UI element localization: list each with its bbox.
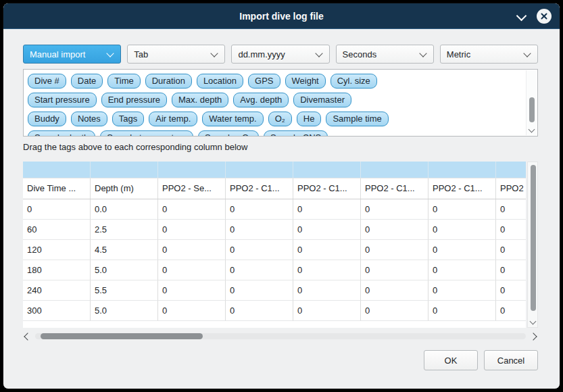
table-cell: 240 [23,280,91,301]
draggable-tag[interactable]: O₂ [268,112,292,126]
draggable-tag[interactable]: End pressure [101,93,167,107]
scroll-left-icon[interactable] [24,333,31,340]
dialog-footer: OK Cancel [23,350,538,370]
draggable-tag[interactable]: Max. depth [172,93,228,107]
table-cell: 0 [429,260,496,280]
combo-dropdown-4[interactable]: Metric [440,45,538,64]
window-menu-chevron-icon[interactable] [516,11,526,21]
titlebar[interactable]: Import dive log file [3,3,560,29]
combo-dropdown-3[interactable]: Seconds [336,45,434,64]
table-cell: 0 [429,220,496,240]
table-cell: 0 [429,280,496,301]
table-cell: 0 [361,220,429,240]
table-row: 00.0000000 [23,199,526,220]
draggable-tag[interactable]: Cyl. size [331,74,377,89]
table-cell: 0 [293,240,361,260]
draggable-tag[interactable]: Weight [285,74,326,89]
scroll-down-icon[interactable] [529,126,535,133]
combo-dropdown-0[interactable]: Manual import [23,45,121,64]
tag-scrollbar-thumb[interactable] [529,97,535,122]
draggable-tag[interactable]: Sample time [326,112,388,126]
draggable-tag[interactable]: Water temp. [202,112,263,126]
close-button[interactable] [537,9,552,24]
draggable-tag[interactable]: Divemaster [293,93,351,107]
drop-target-cell[interactable] [158,162,226,178]
table-cell: 0 [496,280,526,301]
table-vertical-scrollbar[interactable] [527,162,538,328]
scroll-right-icon[interactable] [529,333,537,340]
table-cell: 5.0 [91,301,158,321]
table-row: 602.5000000 [23,220,526,240]
hscroll-track[interactable] [35,333,526,339]
tag-scrollbar[interactable] [526,70,537,135]
table-cell: 0 [226,199,293,220]
tag-row: Sample depthSample temperatureSample pO₂… [26,130,525,136]
table-cell: 0 [361,301,429,321]
table-cell: 0 [293,260,361,280]
draggable-tag[interactable]: Sample temperature [100,130,193,136]
drop-target-cell[interactable] [429,162,496,178]
table-cell: 5.0 [91,260,158,280]
table-cell: 4.5 [91,240,158,260]
scroll-down-icon[interactable] [530,318,537,325]
chevron-down-icon [420,51,427,58]
chevron-down-icon [316,51,323,58]
column-header: PPO2 - C1... [226,178,293,199]
draggable-tag[interactable]: Sample pO₂ [198,130,259,136]
table-cell: 0 [23,199,91,220]
combo-value: dd.mm.yyyy [238,49,315,59]
cancel-button[interactable]: Cancel [484,350,538,370]
table-vscroll-thumb[interactable] [531,165,536,311]
table-header-row: Dive Time ...Depth (m)PPO2 - Se...PPO2 -… [23,178,526,199]
preview-table: Dive Time ...Depth (m)PPO2 - Se...PPO2 -… [23,162,526,328]
chevron-down-icon [107,51,114,58]
draggable-tag[interactable]: Air temp. [149,112,197,126]
draggable-tag[interactable]: GPS [248,74,280,89]
combo-dropdown-1[interactable]: Tab [127,45,225,64]
chevron-down-icon [524,51,531,58]
column-header: PPO2 - C1... [496,178,526,199]
drop-target-row [23,162,526,178]
drop-target-cell[interactable] [226,162,293,178]
combo-dropdown-2[interactable]: dd.mm.yyyy [231,45,329,64]
dropdown-row: Manual importTabdd.mm.yyyySecondsMetric [23,45,538,64]
table-cell: 2.5 [91,220,158,240]
draggable-tag[interactable]: Dive # [28,74,66,89]
draggable-tag[interactable]: Sample CNS [264,130,328,136]
draggable-tag[interactable]: Time [107,74,140,89]
table-cell: 0 [293,301,361,321]
draggable-tag[interactable]: Duration [145,74,192,89]
table-cell: 0 [496,199,526,220]
draggable-tag[interactable]: Avg. depth [233,93,289,107]
tag-row: Start pressureEnd pressureMax. depthAvg.… [26,93,525,107]
draggable-tag[interactable]: Notes [71,112,107,126]
table-horizontal-scrollbar[interactable] [23,332,538,341]
draggable-tag[interactable]: Buddy [28,112,66,126]
table-cell: 5.5 [91,280,158,301]
ok-button[interactable]: OK [424,350,478,370]
draggable-tag[interactable]: He [297,112,322,126]
draggable-tag[interactable]: Sample depth [28,130,95,136]
table-cell: 60 [23,220,91,240]
table-cell: 0 [361,280,429,301]
column-header: PPO2 - Se... [158,178,226,199]
draggable-tag[interactable]: Tags [112,112,144,126]
drop-target-cell[interactable] [496,162,526,178]
table-cell: 0 [158,301,226,321]
drop-target-cell[interactable] [23,162,91,178]
draggable-tag[interactable]: Date [71,74,103,89]
column-header: PPO2 - C1... [361,178,429,199]
table-cell: 0 [361,240,429,260]
table-cell: 0 [158,199,226,220]
table-cell: 0 [293,199,361,220]
drop-target-cell[interactable] [293,162,361,178]
drop-target-cell[interactable] [91,162,158,178]
table-cell: 0 [429,240,496,260]
instruction-text: Drag the tags above to each correspondin… [23,142,538,155]
hscroll-thumb[interactable] [41,333,203,339]
table-cell: 0 [158,260,226,280]
draggable-tag[interactable]: Start pressure [28,93,97,107]
table-cell: 0 [158,240,226,260]
drop-target-cell[interactable] [361,162,429,178]
draggable-tag[interactable]: Location [197,74,243,89]
